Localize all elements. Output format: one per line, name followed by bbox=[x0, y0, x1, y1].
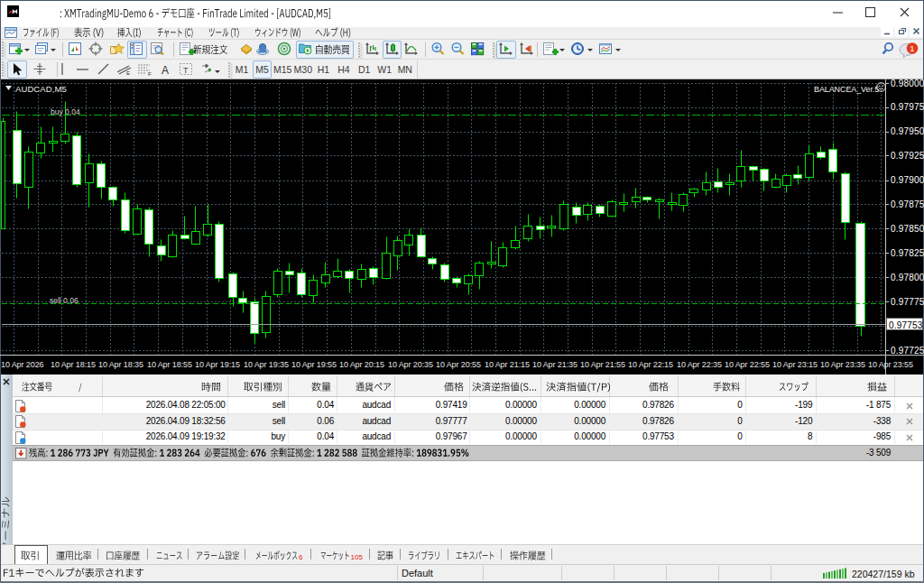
svg-text:T: T bbox=[183, 66, 189, 75]
svg-text:E: E bbox=[126, 70, 130, 76]
svg-text:1: 1 bbox=[910, 43, 914, 53]
svg-text:F: F bbox=[148, 71, 152, 77]
